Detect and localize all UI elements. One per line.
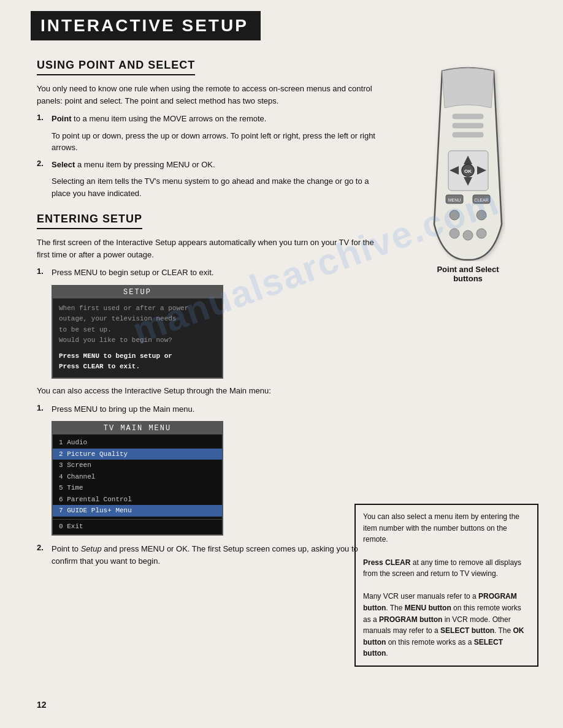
menu-item-exit: 0 Exit (53, 519, 222, 533)
setup-line1: When first used or after a power (59, 303, 216, 314)
main-layout: USING POINT AND SELECT You only need to … (37, 59, 538, 580)
svg-text:MENU: MENU (448, 198, 461, 202)
item2-label: Select (52, 160, 75, 169)
menu-item-screen: 3 Screen (53, 460, 222, 471)
setup-line4: Would you like to begin now? (59, 335, 216, 346)
step3-item: 2. Point to Setup and press MENU or OK. … (37, 543, 385, 567)
step2-num: 1. (37, 403, 48, 415)
svg-rect-14 (453, 123, 483, 128)
menu-item-time: 5 Time (53, 482, 222, 494)
item2-text: a menu item by pressing MENU or OK. (75, 160, 215, 169)
menu-item-audio: 1 Audio (53, 437, 222, 449)
side-note-text3: Many VCR user manuals refer to a PROGRAM… (363, 592, 524, 658)
left-column: USING POINT AND SELECT You only need to … (37, 59, 385, 580)
side-note-p1: You can also select a menu item by enter… (363, 511, 530, 545)
remote-caption: Point and Select buttons (437, 265, 499, 283)
item1-content: Point to a menu item using the MOVE arro… (52, 113, 266, 125)
side-note-bold1: Press CLEAR (363, 558, 410, 567)
tv-menu-body: 1 Audio 2 Picture Quality 3 Screen 4 Cha… (53, 434, 222, 534)
svg-rect-15 (453, 132, 483, 137)
item1-subtext: To point up or down, press the up or dow… (52, 130, 385, 154)
item2-num: 2. (37, 159, 48, 171)
list-item-1: 1. Point to a menu item using the MOVE a… (37, 113, 385, 125)
setup-screen-title: SETUP (53, 286, 222, 298)
setup-screen: SETUP When first used or after a power o… (52, 285, 223, 379)
item1-num: 1. (37, 113, 48, 125)
main-menu-intro: You can also access the Interactive Setu… (37, 385, 385, 397)
remote-illustration: OK MENU CLEAR (419, 65, 517, 261)
item1-text: to a menu item using the MOVE arrows on … (72, 114, 267, 123)
page-title: INTERACTIVE SETUP (40, 16, 248, 36)
item2-content: Select a menu item by pressing MENU or O… (52, 159, 215, 171)
side-note-box: You can also select a menu item by enter… (354, 504, 538, 667)
side-note-text1: You can also select a menu item by enter… (363, 512, 519, 544)
tv-menu-title: TV MAIN MENU (53, 422, 222, 434)
step2-text: Press MENU to bring up the Main menu. (52, 403, 194, 415)
svg-rect-13 (453, 114, 483, 119)
item2-subtext: Selecting an item tells the TV's menu sy… (52, 175, 385, 199)
setup-screen-body: When first used or after a power outage,… (53, 298, 222, 378)
step1-item: 1. Press MENU to begin setup or CLEAR to… (37, 267, 385, 279)
setup-line6: Press CLEAR to exit. (59, 362, 216, 373)
section1-intro: You only need to know one rule when usin… (37, 83, 385, 107)
side-note-p3: Many VCR user manuals refer to a PROGRAM… (363, 591, 530, 659)
page-number: 12 (37, 700, 47, 710)
svg-text:OK: OK (464, 169, 472, 174)
section2-intro: The first screen of the Interactive Setu… (37, 237, 385, 260)
setup-line5: Press MENU to begin setup or (59, 351, 216, 362)
svg-point-18 (477, 229, 486, 238)
svg-point-16 (450, 229, 459, 238)
setup-line2: outage, your television needs (59, 314, 216, 325)
menu-item-channel: 4 Channel (53, 471, 222, 483)
section-point-select: USING POINT AND SELECT You only need to … (37, 59, 385, 199)
step3-text: Point to (52, 544, 81, 553)
section1-heading: USING POINT AND SELECT (37, 59, 195, 75)
step1-num: 1. (37, 267, 48, 279)
section2-heading: ENTERING SETUP (37, 213, 142, 229)
svg-text:CLEAR: CLEAR (474, 198, 488, 202)
item1-label: Point (52, 114, 72, 123)
menu-item-parental: 6 Parental Control (53, 494, 222, 506)
remote-caption-line2: buttons (453, 274, 483, 283)
step3-num: 2. (37, 543, 48, 567)
page: INTERACTIVE SETUP manualsarchive.com USI… (0, 0, 563, 728)
remote-container: OK MENU CLEAR (419, 65, 517, 283)
tv-main-menu-screen: TV MAIN MENU 1 Audio 2 Picture Quality 3… (52, 421, 223, 536)
list-item-2: 2. Select a menu item by pressing MENU o… (37, 159, 385, 171)
menu-item-picture: 2 Picture Quality (53, 449, 222, 460)
setup-line3: to be set up. (59, 325, 216, 336)
menu-item-guide: 7 GUIDE Plus+ Menu (53, 505, 222, 517)
svg-point-12 (477, 210, 486, 220)
svg-point-17 (463, 230, 473, 240)
step3-content: Point to Setup and press MENU or OK. The… (52, 543, 385, 567)
right-column: OK MENU CLEAR (397, 59, 538, 580)
remote-caption-line1: Point and Select (437, 265, 499, 274)
side-note-content: You can also select a menu item by enter… (354, 504, 538, 667)
step3-italic: Setup (81, 544, 102, 553)
step2-item: 1. Press MENU to bring up the Main menu. (37, 403, 385, 415)
svg-point-11 (450, 210, 459, 220)
side-note-p2: Press CLEAR at any time to remove all di… (363, 557, 530, 580)
step1-text: Press MENU to begin setup or CLEAR to ex… (52, 267, 213, 279)
section-entering-setup: ENTERING SETUP The first screen of the I… (37, 213, 385, 567)
header-bar: INTERACTIVE SETUP (31, 11, 261, 40)
